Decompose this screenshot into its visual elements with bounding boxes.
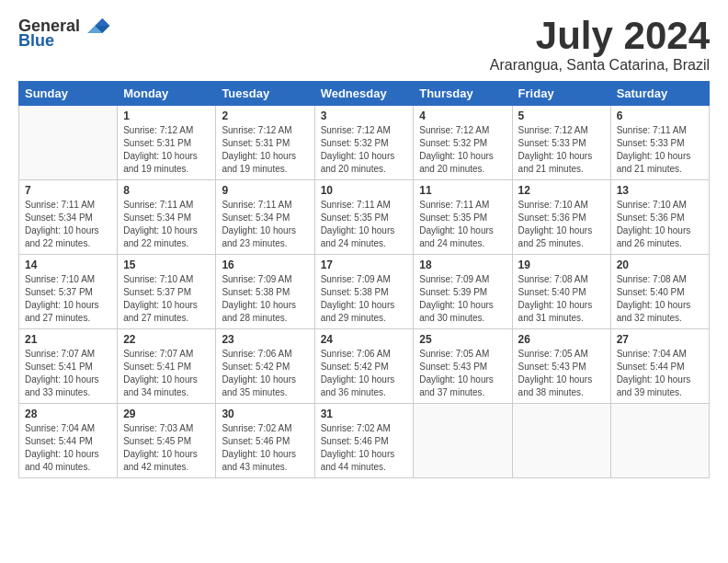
calendar-cell: 5Sunrise: 7:12 AM Sunset: 5:33 PM Daylig…: [512, 106, 610, 180]
day-info: Sunrise: 7:07 AM Sunset: 5:41 PM Dayligh…: [123, 348, 210, 399]
day-number: 5: [518, 109, 605, 122]
day-number: 25: [419, 333, 506, 346]
day-number: 21: [25, 333, 111, 346]
weekday-header-thursday: Thursday: [414, 82, 512, 106]
calendar-cell: 20Sunrise: 7:08 AM Sunset: 5:40 PM Dayli…: [610, 255, 709, 329]
day-info: Sunrise: 7:02 AM Sunset: 5:46 PM Dayligh…: [321, 422, 408, 474]
calendar-week-2: 7Sunrise: 7:11 AM Sunset: 5:34 PM Daylig…: [19, 180, 710, 255]
day-number: 19: [518, 259, 605, 271]
calendar-table: SundayMondayTuesdayWednesdayThursdayFrid…: [18, 81, 710, 478]
day-info: Sunrise: 7:11 AM Sunset: 5:35 PM Dayligh…: [419, 199, 506, 250]
calendar-cell: 31Sunrise: 7:02 AM Sunset: 5:46 PM Dayli…: [314, 404, 414, 478]
day-number: 18: [419, 259, 506, 271]
calendar-week-4: 21Sunrise: 7:07 AM Sunset: 5:41 PM Dayli…: [19, 329, 710, 404]
day-info: Sunrise: 7:09 AM Sunset: 5:39 PM Dayligh…: [419, 273, 506, 325]
day-info: Sunrise: 7:06 AM Sunset: 5:42 PM Dayligh…: [222, 348, 308, 399]
calendar-cell: 6Sunrise: 7:11 AM Sunset: 5:33 PM Daylig…: [610, 106, 709, 180]
calendar-cell: 18Sunrise: 7:09 AM Sunset: 5:39 PM Dayli…: [414, 255, 512, 329]
day-info: Sunrise: 7:12 AM Sunset: 5:31 PM Dayligh…: [123, 124, 210, 176]
logo: General Blue: [18, 15, 111, 51]
calendar-cell: 4Sunrise: 7:12 AM Sunset: 5:32 PM Daylig…: [414, 106, 512, 180]
day-number: 30: [222, 408, 308, 420]
calendar-cell: 13Sunrise: 7:10 AM Sunset: 5:36 PM Dayli…: [610, 180, 709, 255]
day-info: Sunrise: 7:06 AM Sunset: 5:42 PM Dayligh…: [321, 348, 408, 399]
day-number: 11: [419, 184, 506, 197]
calendar-cell: [414, 404, 512, 478]
day-info: Sunrise: 7:12 AM Sunset: 5:33 PM Dayligh…: [518, 124, 605, 176]
calendar-cell: 11Sunrise: 7:11 AM Sunset: 5:35 PM Dayli…: [414, 180, 512, 255]
calendar-cell: 26Sunrise: 7:05 AM Sunset: 5:43 PM Dayli…: [512, 329, 610, 404]
day-info: Sunrise: 7:11 AM Sunset: 5:34 PM Dayligh…: [222, 199, 308, 250]
day-info: Sunrise: 7:10 AM Sunset: 5:37 PM Dayligh…: [123, 273, 210, 325]
day-info: Sunrise: 7:09 AM Sunset: 5:38 PM Dayligh…: [222, 273, 308, 325]
weekday-header-row: SundayMondayTuesdayWednesdayThursdayFrid…: [19, 82, 710, 106]
day-number: 14: [25, 259, 111, 271]
month-title: July 2024: [490, 15, 710, 57]
day-number: 10: [321, 184, 408, 197]
calendar-cell: 29Sunrise: 7:03 AM Sunset: 5:45 PM Dayli…: [118, 404, 216, 478]
calendar-cell: 12Sunrise: 7:10 AM Sunset: 5:36 PM Dayli…: [512, 180, 610, 255]
day-number: 28: [25, 408, 111, 420]
calendar-week-5: 28Sunrise: 7:04 AM Sunset: 5:44 PM Dayli…: [19, 404, 710, 478]
day-number: 22: [123, 333, 210, 346]
page-header: General Blue July 2024 Ararangua, Santa …: [18, 15, 710, 74]
day-info: Sunrise: 7:12 AM Sunset: 5:32 PM Dayligh…: [321, 124, 408, 176]
day-info: Sunrise: 7:03 AM Sunset: 5:45 PM Dayligh…: [123, 422, 210, 474]
calendar-cell: 15Sunrise: 7:10 AM Sunset: 5:37 PM Dayli…: [118, 255, 216, 329]
day-number: 9: [222, 184, 308, 197]
day-info: Sunrise: 7:09 AM Sunset: 5:38 PM Dayligh…: [321, 273, 408, 325]
calendar-cell: 16Sunrise: 7:09 AM Sunset: 5:38 PM Dayli…: [216, 255, 314, 329]
weekday-header-saturday: Saturday: [610, 82, 709, 106]
calendar-cell: 10Sunrise: 7:11 AM Sunset: 5:35 PM Dayli…: [314, 180, 414, 255]
day-info: Sunrise: 7:04 AM Sunset: 5:44 PM Dayligh…: [617, 348, 703, 399]
day-number: 15: [123, 259, 210, 271]
day-number: 24: [321, 333, 408, 346]
day-number: 29: [123, 408, 210, 420]
day-number: 13: [617, 184, 703, 197]
day-number: 6: [617, 109, 703, 122]
calendar-cell: 22Sunrise: 7:07 AM Sunset: 5:41 PM Dayli…: [118, 329, 216, 404]
calendar-cell: 25Sunrise: 7:05 AM Sunset: 5:43 PM Dayli…: [414, 329, 512, 404]
day-info: Sunrise: 7:11 AM Sunset: 5:33 PM Dayligh…: [617, 124, 703, 176]
day-info: Sunrise: 7:08 AM Sunset: 5:40 PM Dayligh…: [617, 273, 703, 325]
day-number: 3: [321, 109, 408, 122]
calendar-cell: 8Sunrise: 7:11 AM Sunset: 5:34 PM Daylig…: [118, 180, 216, 255]
day-number: 8: [123, 184, 210, 197]
calendar-cell: 17Sunrise: 7:09 AM Sunset: 5:38 PM Dayli…: [314, 255, 414, 329]
calendar-cell: 14Sunrise: 7:10 AM Sunset: 5:37 PM Dayli…: [19, 255, 118, 329]
calendar-week-3: 14Sunrise: 7:10 AM Sunset: 5:37 PM Dayli…: [19, 255, 710, 329]
day-number: 20: [617, 259, 703, 271]
logo-blue: Blue: [18, 31, 54, 51]
day-number: 4: [419, 109, 506, 122]
calendar-cell: 9Sunrise: 7:11 AM Sunset: 5:34 PM Daylig…: [216, 180, 314, 255]
calendar-cell: 1Sunrise: 7:12 AM Sunset: 5:31 PM Daylig…: [118, 106, 216, 180]
day-info: Sunrise: 7:08 AM Sunset: 5:40 PM Dayligh…: [518, 273, 605, 325]
day-number: 7: [25, 184, 111, 197]
day-number: 1: [123, 109, 210, 122]
day-info: Sunrise: 7:11 AM Sunset: 5:34 PM Dayligh…: [123, 199, 210, 250]
weekday-header-friday: Friday: [512, 82, 610, 106]
calendar-cell: 2Sunrise: 7:12 AM Sunset: 5:31 PM Daylig…: [216, 106, 314, 180]
day-info: Sunrise: 7:05 AM Sunset: 5:43 PM Dayligh…: [419, 348, 506, 399]
calendar-week-1: 1Sunrise: 7:12 AM Sunset: 5:31 PM Daylig…: [19, 106, 710, 180]
calendar-cell: 23Sunrise: 7:06 AM Sunset: 5:42 PM Dayli…: [216, 329, 314, 404]
location-subtitle: Ararangua, Santa Catarina, Brazil: [490, 57, 710, 74]
calendar-cell: 7Sunrise: 7:11 AM Sunset: 5:34 PM Daylig…: [19, 180, 118, 255]
svg-marker-2: [95, 18, 109, 26]
day-info: Sunrise: 7:10 AM Sunset: 5:37 PM Dayligh…: [25, 273, 111, 325]
weekday-header-wednesday: Wednesday: [314, 82, 414, 106]
day-info: Sunrise: 7:04 AM Sunset: 5:44 PM Dayligh…: [25, 422, 111, 474]
calendar-cell: [610, 404, 709, 478]
calendar-cell: [512, 404, 610, 478]
title-block: July 2024 Ararangua, Santa Catarina, Bra…: [490, 15, 710, 74]
calendar-cell: 30Sunrise: 7:02 AM Sunset: 5:46 PM Dayli…: [216, 404, 314, 478]
day-number: 17: [321, 259, 408, 271]
weekday-header-sunday: Sunday: [19, 82, 118, 106]
day-info: Sunrise: 7:12 AM Sunset: 5:31 PM Dayligh…: [222, 124, 308, 176]
day-info: Sunrise: 7:10 AM Sunset: 5:36 PM Dayligh…: [518, 199, 605, 250]
day-number: 26: [518, 333, 605, 346]
day-info: Sunrise: 7:11 AM Sunset: 5:35 PM Dayligh…: [321, 199, 408, 250]
calendar-cell: 27Sunrise: 7:04 AM Sunset: 5:44 PM Dayli…: [610, 329, 709, 404]
day-info: Sunrise: 7:02 AM Sunset: 5:46 PM Dayligh…: [222, 422, 308, 474]
day-info: Sunrise: 7:10 AM Sunset: 5:36 PM Dayligh…: [617, 199, 703, 250]
